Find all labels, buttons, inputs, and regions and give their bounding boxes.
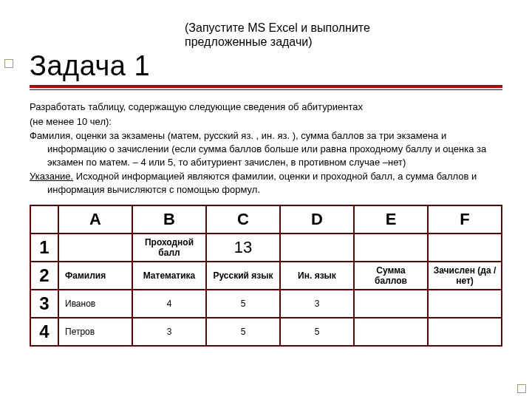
col-D: D	[280, 205, 354, 233]
cell-E2: Сумма баллов	[354, 262, 428, 290]
body-p3-rest: Исходной информацией являются фамилии, о…	[47, 171, 477, 195]
table-row: 1 Проходной балл 13	[30, 233, 502, 262]
col-B: B	[132, 205, 206, 233]
slide: (Запустите MS Excel и выполните предложе…	[0, 0, 532, 361]
slide-title: Задача 1	[30, 50, 502, 82]
cell-D3: 3	[280, 290, 354, 318]
col-E: E	[354, 205, 428, 233]
body-p1b: (не менее 10 чел):	[30, 115, 502, 129]
cell-A2: Фамилия	[58, 262, 132, 290]
table-header-row: A B C D E F	[30, 205, 502, 233]
row-1-head: 1	[30, 233, 58, 262]
cell-D1	[280, 233, 354, 262]
cell-C2: Русский язык	[206, 262, 280, 290]
cell-F4	[428, 318, 502, 346]
col-F: F	[428, 205, 502, 233]
body-p3: Указание. Исходной информацией являются …	[30, 170, 502, 196]
cell-E1	[354, 233, 428, 262]
cell-E3	[354, 290, 428, 318]
cell-E4	[354, 318, 428, 346]
cell-A1	[58, 233, 132, 262]
note-line1: (Запустите MS Excel и выполните	[185, 21, 370, 34]
cell-A4: Петров	[58, 318, 132, 346]
cell-A3: Иванов	[58, 290, 132, 318]
slide-note: (Запустите MS Excel и выполните предложе…	[185, 21, 502, 49]
decor-box-icon	[517, 384, 526, 393]
body-p2: Фамилия, оценки за экзамены (матем, русс…	[30, 129, 502, 168]
cell-B4: 3	[132, 318, 206, 346]
table-row: 2 Фамилия Математика Русский язык Ин. яз…	[30, 262, 502, 290]
row-4-head: 4	[30, 318, 58, 346]
cell-C1: 13	[206, 233, 280, 262]
body-p1a: Разработать таблицу, содержащую следующи…	[30, 100, 502, 114]
cell-F1	[428, 233, 502, 262]
cell-B1: Проходной балл	[132, 233, 206, 262]
cell-C4: 5	[206, 318, 280, 346]
decor-box-icon	[4, 59, 13, 68]
note-line2: предложенные задачи)	[185, 35, 313, 48]
cell-B3: 4	[132, 290, 206, 318]
col-C: C	[206, 205, 280, 233]
example-table: A B C D E F 1 Проходной балл 13 2 Фамили…	[30, 205, 502, 347]
body-text: Разработать таблицу, содержащую следующи…	[30, 100, 502, 196]
corner-cell	[30, 205, 58, 233]
cell-B2: Математика	[132, 262, 206, 290]
cell-F2: Зачислен (да /нет)	[428, 262, 502, 290]
cell-F3	[428, 290, 502, 318]
col-A: A	[58, 205, 132, 233]
row-3-head: 3	[30, 290, 58, 318]
table-row: 4 Петров 3 5 5	[30, 318, 502, 346]
title-rule	[30, 85, 502, 90]
body-p3-lead: Указание.	[30, 171, 73, 182]
cell-C3: 5	[206, 290, 280, 318]
cell-D4: 5	[280, 318, 354, 346]
row-2-head: 2	[30, 262, 58, 290]
cell-D2: Ин. язык	[280, 262, 354, 290]
table-row: 3 Иванов 4 5 3	[30, 290, 502, 318]
